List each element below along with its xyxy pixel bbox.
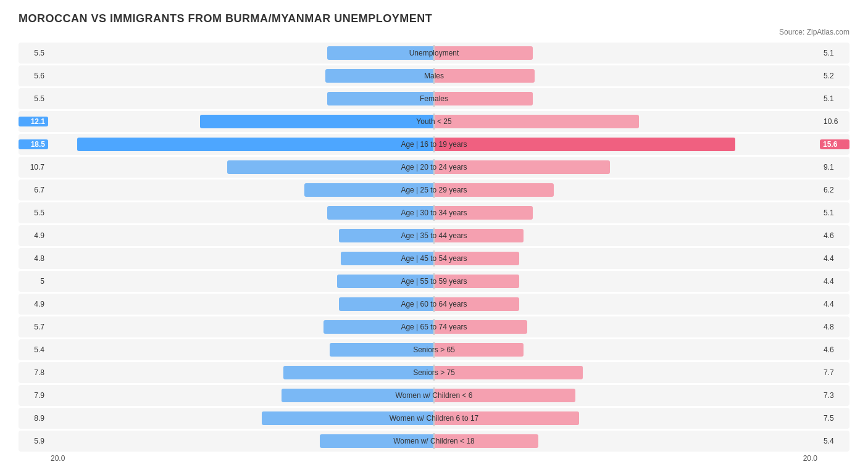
center-divider: [433, 159, 435, 175]
bars-container: Age | 16 to 19 years: [48, 134, 820, 155]
bar-right: [435, 434, 538, 448]
bar-left: [320, 434, 433, 448]
bar-right: [435, 160, 610, 174]
chart-row: 5.4Seniors > 654.6: [19, 339, 849, 360]
bars-container: Age | 65 to 74 years: [48, 316, 820, 337]
chart-row: 6.7Age | 25 to 29 years6.2: [19, 180, 849, 200]
center-divider: [433, 342, 435, 358]
chart-row: 5Age | 55 to 59 years4.4: [19, 271, 849, 292]
chart-row: 7.8Seniors > 757.7: [19, 362, 849, 383]
bar-value-right: 6.2: [820, 186, 849, 194]
bar-value-right: 5.1: [820, 94, 849, 103]
center-divider: [433, 91, 435, 107]
chart-row: 5.9Women w/ Children < 185.4: [19, 431, 849, 452]
bar-right: [435, 252, 519, 265]
bar-left: [327, 92, 433, 105]
center-divider: [433, 365, 435, 381]
bars-container: Age | 30 to 34 years: [48, 202, 820, 223]
bar-right: [435, 389, 575, 402]
center-divider: [433, 45, 435, 61]
bar-right: [435, 92, 533, 105]
center-divider: [433, 296, 435, 312]
bar-value-left: 4.9: [19, 300, 48, 308]
bar-left: [283, 366, 433, 379]
bars-container: Seniors > 65: [48, 339, 820, 360]
bar-value-right: 5.4: [820, 437, 849, 445]
chart-row: 7.9Women w/ Children < 67.3: [19, 385, 849, 406]
axis-label-left: 20.0: [51, 454, 65, 463]
bar-right: [435, 320, 527, 334]
chart-area: 5.5Unemployment5.15.6Males5.25.5Females5…: [19, 43, 849, 463]
bar-right: [435, 46, 533, 60]
chart-row: 12.1Youth < 2510.6: [19, 111, 849, 132]
bars-container: Age | 20 to 24 years: [48, 157, 820, 178]
center-divider: [433, 114, 435, 130]
bar-value-left: 5.5: [19, 49, 48, 57]
center-divider: [433, 273, 435, 289]
bar-left: [304, 183, 433, 197]
bar-left: [282, 389, 433, 402]
bar-value-right: 4.4: [820, 277, 849, 286]
chart-row: 5.5Unemployment5.1: [19, 43, 849, 64]
bar-value-left: 5: [19, 277, 48, 286]
bars-container: Males: [48, 65, 820, 86]
axis-row: 20.020.0: [19, 454, 849, 463]
bars-container: Seniors > 75: [48, 362, 820, 383]
chart-row: 5.5Age | 30 to 34 years5.1: [19, 202, 849, 223]
bar-value-left: 18.5: [19, 139, 48, 149]
bar-value-left: 5.6: [19, 72, 48, 80]
bar-left: [327, 206, 433, 220]
bars-container: Age | 60 to 64 years: [48, 294, 820, 315]
center-divider: [433, 205, 435, 221]
bars-container: Age | 55 to 59 years: [48, 271, 820, 292]
center-divider: [433, 136, 435, 152]
axis-label-right: 20.0: [803, 454, 817, 463]
center-divider: [433, 410, 435, 426]
chart-row: 4.9Age | 60 to 64 years4.4: [19, 294, 849, 315]
chart-row: 4.9Age | 35 to 44 years4.6: [19, 225, 849, 246]
bar-value-left: 6.7: [19, 186, 48, 194]
bars-container: Age | 45 to 54 years: [48, 248, 820, 269]
bar-value-left: 5.9: [19, 437, 48, 445]
bar-left: [337, 275, 433, 288]
bar-value-right: 7.3: [820, 391, 849, 400]
center-divider: [433, 387, 435, 403]
bar-left: [330, 343, 433, 357]
bar-value-left: 5.5: [19, 209, 48, 217]
bar-value-right: 7.7: [820, 368, 849, 377]
bar-left: [262, 411, 433, 425]
bars-container: Age | 25 to 29 years: [48, 180, 820, 200]
bars-container: Females: [48, 88, 820, 109]
bar-value-right: 15.6: [820, 139, 849, 149]
bar-value-right: 5.2: [820, 72, 849, 80]
bar-value-right: 10.6: [820, 117, 849, 126]
bars-container: Women w/ Children < 18: [48, 431, 820, 452]
bar-right: [435, 297, 519, 311]
bars-container: Women w/ Children < 6: [48, 385, 820, 406]
chart-row: 4.8Age | 45 to 54 years4.4: [19, 248, 849, 269]
bar-right: [435, 115, 639, 128]
chart-title: MOROCCAN VS IMMIGRANTS FROM BURMA/MYANMA…: [19, 12, 849, 25]
bar-value-right: 4.4: [820, 300, 849, 308]
bar-left: [341, 252, 433, 265]
bar-left: [325, 69, 433, 83]
bar-left: [200, 115, 433, 128]
bar-value-left: 7.8: [19, 368, 48, 377]
bars-container: Unemployment: [48, 43, 820, 64]
bar-right: [435, 275, 519, 288]
bar-left: [77, 138, 433, 151]
bar-right: [435, 366, 583, 379]
axis-labels: 20.020.0: [48, 454, 820, 463]
center-divider: [433, 433, 435, 449]
bar-right: [435, 183, 554, 197]
bar-left: [323, 320, 433, 334]
bars-container: Age | 35 to 44 years: [48, 225, 820, 246]
bar-right: [435, 411, 579, 425]
center-divider: [433, 250, 435, 267]
bar-left: [339, 229, 433, 242]
bar-value-right: 5.1: [820, 209, 849, 217]
chart-row: 18.5Age | 16 to 19 years15.6: [19, 134, 849, 155]
source-label: Source: ZipAtlas.com: [19, 28, 849, 36]
chart-row: 10.7Age | 20 to 24 years9.1: [19, 157, 849, 178]
bar-right: [435, 138, 735, 151]
